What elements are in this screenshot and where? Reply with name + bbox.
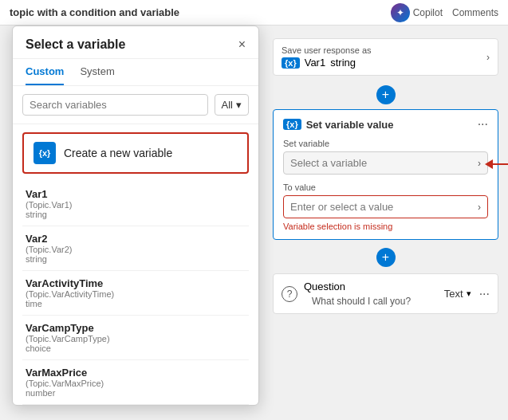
- var-type: string: [26, 254, 246, 264]
- to-value-label: To value: [283, 183, 488, 192]
- add-connector-button[interactable]: +: [376, 85, 396, 104]
- var-type: string: [26, 210, 246, 219]
- var-name: VarCampType: [26, 322, 246, 334]
- list-item[interactable]: Var2 (Topic.Var2) string: [22, 226, 249, 271]
- panel-search-row: All ▾: [13, 86, 258, 124]
- list-item[interactable]: VarCampType (Topic.VarCampType) choice: [22, 316, 249, 360]
- set-variable-card: {x} Set variable value ··· Set variable …: [273, 109, 498, 240]
- copilot-icon: ✦: [391, 3, 410, 22]
- top-bar: topic with a condition and variable ✦ Co…: [0, 0, 508, 26]
- set-variable-card-title: {x} Set variable value: [283, 119, 394, 131]
- question-type-chevron: ▾: [467, 289, 471, 299]
- variable-list: Var1 (Topic.Var1) string Var2 (Topic.Var…: [13, 182, 258, 405]
- copilot-button[interactable]: ✦ Copilot: [391, 3, 443, 22]
- enter-value-chevron: ›: [478, 202, 481, 213]
- save-response-content: Save user response as {x} Var1 string: [282, 45, 372, 69]
- right-panel: Save user response as {x} Var1 string › …: [263, 26, 508, 420]
- error-message: Variable selection is missing: [283, 222, 488, 231]
- save-response-label: Save user response as: [282, 45, 372, 55]
- select-variable-field[interactable]: Select a variable ›: [283, 151, 488, 175]
- var-type: number: [26, 388, 246, 398]
- filter-dropdown[interactable]: All ▾: [215, 94, 249, 116]
- var-name: VarMaxPrice: [26, 367, 246, 379]
- page-title: topic with a condition and variable: [10, 6, 179, 18]
- question-right: Text ▾ ···: [444, 288, 490, 300]
- enter-value-field[interactable]: Enter or select a value ›: [283, 195, 488, 218]
- var-topic: (Topic.VarMaxPrice): [26, 379, 246, 388]
- red-arrow-indicator: [485, 153, 508, 175]
- var-name: Var1: [26, 188, 246, 200]
- set-variable-card-header: {x} Set variable value ···: [283, 118, 488, 131]
- var1-name: Var1: [305, 57, 326, 69]
- var-type: time: [26, 299, 246, 308]
- list-item[interactable]: VarActivityTime (Topic.VarActivityTime) …: [22, 271, 249, 316]
- add-connector-button-2[interactable]: +: [376, 248, 396, 267]
- var-name: Var2: [26, 233, 246, 245]
- panel-header: Select a variable ×: [13, 26, 258, 59]
- create-new-variable-button[interactable]: {x} Create a new variable: [22, 132, 249, 174]
- var-topic: (Topic.Var1): [26, 200, 246, 210]
- filter-label: All: [222, 99, 233, 111]
- question-type: Text: [444, 288, 463, 300]
- question-icon: ?: [282, 286, 297, 302]
- chevron-right-icon: ›: [486, 52, 490, 63]
- var-badge: {x}: [282, 57, 300, 69]
- select-variable-panel: Select a variable × Custom System All ▾ …: [12, 26, 259, 406]
- question-left: ? Question What should I call you?: [282, 281, 411, 307]
- panel-tabs: Custom System: [13, 59, 258, 86]
- var-type: choice: [26, 343, 246, 353]
- comments-button[interactable]: Comments: [452, 7, 498, 18]
- var-topic: (Topic.Var2): [26, 245, 246, 254]
- set-variable-title: Set variable value: [306, 119, 394, 131]
- copilot-label: Copilot: [413, 7, 443, 18]
- card-menu-button[interactable]: ···: [478, 118, 488, 131]
- question-label: Question: [304, 281, 345, 292]
- tab-custom[interactable]: Custom: [26, 59, 64, 85]
- enter-value-placeholder: Enter or select a value: [290, 201, 393, 213]
- set-var-badge: {x}: [283, 119, 301, 130]
- var-topic: (Topic.VarCampType): [26, 334, 246, 343]
- panel-close-button[interactable]: ×: [238, 37, 246, 52]
- select-variable-placeholder: Select a variable: [290, 157, 367, 169]
- comments-label: Comments: [452, 7, 498, 18]
- list-item[interactable]: VarMaxPrice (Topic.VarMaxPrice) number: [22, 360, 249, 405]
- svg-marker-1: [485, 159, 493, 169]
- select-variable-chevron: ›: [478, 158, 481, 169]
- question-card[interactable]: ? Question What should I call you? Text …: [273, 273, 498, 314]
- var-topic: (Topic.VarActivityTime): [26, 289, 246, 299]
- panel-title: Select a variable: [26, 37, 125, 52]
- question-menu-button[interactable]: ···: [479, 288, 490, 300]
- tab-system[interactable]: System: [80, 59, 114, 85]
- save-response-card[interactable]: Save user response as {x} Var1 string ›: [273, 38, 498, 76]
- question-text: What should I call you?: [304, 296, 411, 307]
- list-item[interactable]: Var1 (Topic.Var1) string: [22, 182, 249, 226]
- filter-chevron-icon: ▾: [236, 99, 242, 111]
- save-response-value: {x} Var1 string: [282, 57, 372, 69]
- create-new-variable-label: Create a new variable: [64, 147, 172, 159]
- search-input[interactable]: [22, 94, 208, 116]
- set-variable-section-label: Set variable: [283, 139, 488, 148]
- question-content: Question What should I call you?: [304, 281, 411, 307]
- var-name: VarActivityTime: [26, 277, 246, 289]
- top-bar-actions: ✦ Copilot Comments: [391, 3, 498, 22]
- var1-type: string: [330, 57, 356, 69]
- create-variable-icon: {x}: [33, 142, 56, 164]
